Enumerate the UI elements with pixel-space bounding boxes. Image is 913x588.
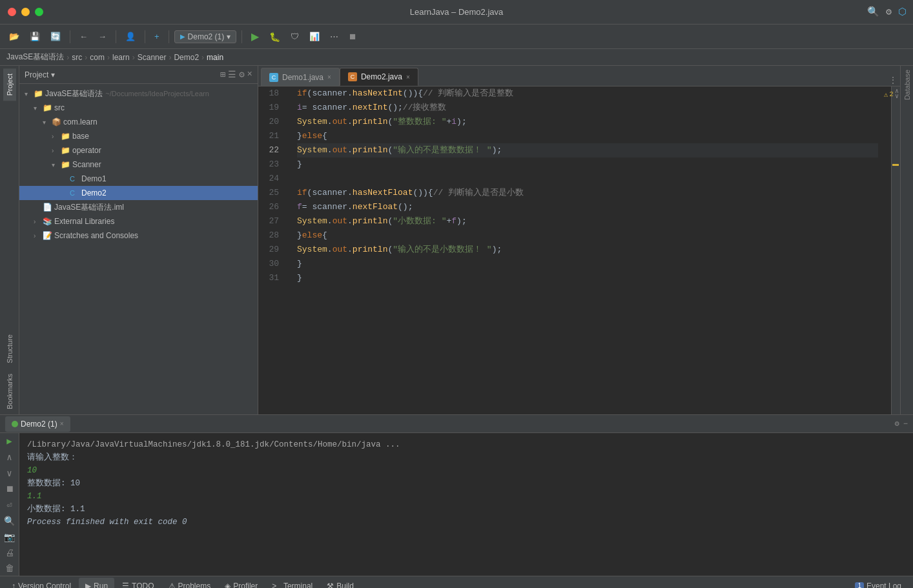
tree-comlearn[interactable]: ▾ 📦 com.learn bbox=[19, 115, 258, 129]
build-btn[interactable]: ⚒ Build bbox=[320, 578, 360, 589]
breadcrumb-item-1[interactable]: src bbox=[72, 53, 82, 62]
warning-down-icon[interactable]: ∨ bbox=[895, 94, 899, 99]
collapse-all-icon[interactable]: ☰ bbox=[228, 69, 236, 80]
bottom-close-icon[interactable]: − bbox=[903, 420, 908, 429]
breadcrumb-item-4[interactable]: Scanner bbox=[138, 53, 167, 62]
event-log-label: Event Log bbox=[867, 582, 901, 589]
tree-base[interactable]: › 📁 base bbox=[19, 129, 258, 143]
tree-src[interactable]: ▾ 📁 src bbox=[19, 101, 258, 115]
sidebar-tab-structure[interactable]: Structure bbox=[3, 329, 16, 369]
minimize-button[interactable] bbox=[21, 8, 30, 16]
open-folder-btn[interactable]: 📂 bbox=[5, 28, 23, 45]
settings-gear-icon[interactable]: ⚙ bbox=[239, 69, 244, 80]
profile-btn[interactable]: 👤 bbox=[121, 28, 139, 45]
terminal-btn[interactable]: >_ Terminal bbox=[265, 578, 319, 589]
profiler-btn[interactable]: ◈ Profiler bbox=[218, 578, 264, 589]
tab-demo1-icon: C bbox=[269, 73, 278, 82]
tree-root-name: JavaSE基础语法 bbox=[45, 88, 103, 99]
tree-extlib[interactable]: › 📚 External Libraries bbox=[19, 214, 258, 228]
code-line-21[interactable]: }else{ bbox=[297, 129, 878, 143]
todo-btn[interactable]: ☰ TODO bbox=[116, 578, 160, 589]
run-stop-btn[interactable]: ⏹ bbox=[5, 484, 14, 494]
title-bar-actions: 🔍 ⚙ ⬡ bbox=[867, 6, 907, 18]
settings-icon[interactable]: ⚙ bbox=[886, 6, 892, 18]
run-button[interactable]: ▶ bbox=[247, 28, 263, 45]
run-trash-btn[interactable]: 🗑 bbox=[5, 563, 14, 574]
output-content: /Library/Java/JavaVirtualMachines/jdk1.8… bbox=[19, 433, 913, 576]
run-scroll-up-btn[interactable]: ∧ bbox=[6, 452, 12, 463]
run-with-coverage-btn[interactable]: 🛡 bbox=[287, 28, 303, 45]
search-icon[interactable]: 🔍 bbox=[867, 6, 879, 18]
profile-btn2[interactable]: 📊 bbox=[305, 28, 323, 45]
tab-demo2[interactable]: C Demo2.java × bbox=[340, 68, 418, 86]
forward-btn[interactable]: → bbox=[94, 28, 110, 45]
back-btn[interactable]: ← bbox=[76, 28, 92, 45]
bottom-tab-run[interactable]: Demo2 (1) × bbox=[5, 416, 70, 432]
bottom-settings-icon[interactable]: ⚙ bbox=[895, 419, 899, 429]
tab-demo1[interactable]: C Demo1.java × bbox=[261, 68, 340, 86]
right-tab-database[interactable]: Database bbox=[902, 66, 912, 104]
tab-demo2-close[interactable]: × bbox=[406, 74, 410, 81]
code-line-19[interactable]: i = scanner.nextInt(); //接收整数 bbox=[297, 101, 878, 115]
code-line-29[interactable]: System.out.println("输入的不是小数数据！ "); bbox=[297, 243, 878, 257]
project-panel-label: Project ▾ bbox=[25, 70, 55, 79]
more-run-btn[interactable]: ⋯ bbox=[326, 28, 342, 45]
run-rerun-btn[interactable]: ▶ bbox=[6, 436, 12, 447]
code-line-28[interactable]: }else{ bbox=[297, 228, 878, 243]
sidebar-tab-bookmarks[interactable]: Bookmarks bbox=[3, 369, 16, 414]
code-line-31[interactable]: } bbox=[297, 271, 878, 285]
code-editor[interactable]: 1819202122232425262728293031 if(scanner.… bbox=[258, 86, 900, 414]
code-line-26[interactable]: f = scanner.nextFloat(); bbox=[297, 200, 878, 214]
save-btn[interactable]: 💾 bbox=[26, 28, 44, 45]
recent-files-icon[interactable]: ⋮ bbox=[888, 75, 898, 86]
run-config-selector[interactable]: ▶ Demo2 (1) ▾ bbox=[174, 30, 237, 43]
breadcrumb-item-5[interactable]: Demo2 bbox=[174, 53, 199, 62]
run-print-btn[interactable]: 🖨 bbox=[5, 548, 14, 558]
run-camera-btn[interactable]: 📷 bbox=[4, 532, 15, 543]
sep1 bbox=[70, 30, 70, 43]
code-line-24[interactable] bbox=[297, 172, 878, 186]
stop-btn[interactable]: ⏹ bbox=[345, 28, 361, 45]
breadcrumb-item-0[interactable]: JavaSE基础语法 bbox=[6, 52, 64, 63]
sidebar-tab-project[interactable]: Project bbox=[3, 68, 16, 101]
close-panel-icon[interactable]: × bbox=[247, 69, 252, 80]
tree-iml[interactable]: 📄 JavaSE基础语法.iml bbox=[19, 200, 258, 214]
jetbrains-icon[interactable]: ⬡ bbox=[898, 6, 907, 18]
tree-demo1[interactable]: C Demo1 bbox=[19, 172, 258, 186]
tree-demo2[interactable]: C Demo2 bbox=[19, 186, 258, 200]
debug-button[interactable]: 🐛 bbox=[265, 28, 284, 45]
tree-root[interactable]: ▾ 📁 JavaSE基础语法 ~/Documents/IdeaProjects/… bbox=[19, 86, 258, 101]
warning-icon: ⚠ bbox=[884, 90, 888, 99]
code-line-30[interactable]: } bbox=[297, 257, 878, 271]
add-build-btn[interactable]: + bbox=[150, 28, 163, 45]
warning-nav[interactable]: ∧ ∨ bbox=[895, 89, 899, 99]
run-scroll-down-btn[interactable]: ∨ bbox=[6, 468, 12, 479]
code-content[interactable]: if(scanner.hasNextInt()){ // 判断输入是否是整数 i… bbox=[297, 86, 891, 414]
maximize-button[interactable] bbox=[35, 8, 43, 16]
code-line-18[interactable]: if(scanner.hasNextInt()){ // 判断输入是否是整数 bbox=[297, 86, 878, 101]
tree-operator[interactable]: › 📁 operator bbox=[19, 143, 258, 157]
bottom-tab-run-close[interactable]: × bbox=[60, 420, 64, 427]
expand-all-icon[interactable]: ⊞ bbox=[220, 69, 225, 80]
breadcrumb-item-3[interactable]: learn bbox=[112, 53, 130, 62]
tree-scanner[interactable]: ▾ 📁 Scanner bbox=[19, 157, 258, 172]
breadcrumb: JavaSE基础语法 › src › com › learn › Scanner… bbox=[0, 49, 913, 66]
code-line-25[interactable]: if(scanner.hasNextFloat()){ // 判断输入是否是小数 bbox=[297, 186, 878, 200]
tab-demo1-close[interactable]: × bbox=[327, 74, 331, 81]
code-line-20[interactable]: System.out.println("整数数据: "+ i); bbox=[297, 115, 878, 129]
event-log-btn[interactable]: 1 Event Log bbox=[848, 578, 908, 589]
code-line-23[interactable]: } bbox=[297, 157, 878, 172]
code-line-27[interactable]: System.out.println("小数数据: "+ f); bbox=[297, 214, 878, 228]
run-tool-btn[interactable]: ▶ Run bbox=[79, 578, 114, 589]
tree-scratches[interactable]: › 📝 Scratches and Consoles bbox=[19, 228, 258, 243]
breadcrumb-item-2[interactable]: com bbox=[90, 53, 105, 62]
run-wrap-btn[interactable]: ⏎ bbox=[6, 500, 12, 511]
close-button[interactable] bbox=[8, 8, 16, 16]
sync-btn[interactable]: 🔄 bbox=[46, 28, 65, 45]
tree-comlearn-name: com.learn bbox=[63, 117, 97, 127]
breadcrumb-item-6[interactable]: main bbox=[207, 53, 223, 62]
problems-btn[interactable]: ⚠ Problems bbox=[162, 578, 218, 589]
run-filter-btn[interactable]: 🔍 bbox=[4, 516, 15, 527]
version-control-btn[interactable]: ↑ Version Control bbox=[5, 578, 77, 589]
code-line-22[interactable]: System.out.println("输入的不是整数数据！ "); bbox=[297, 143, 878, 157]
